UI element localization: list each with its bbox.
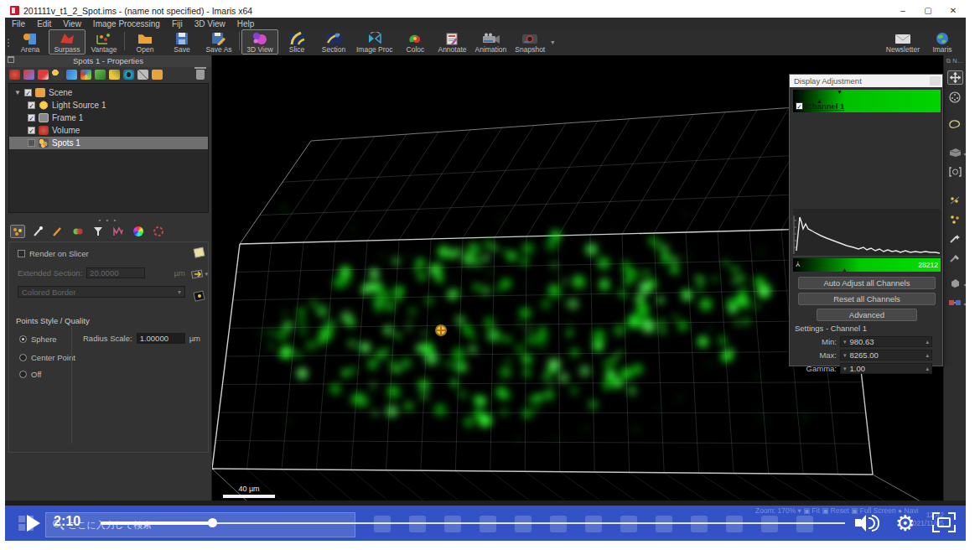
animation-button[interactable]: Animation bbox=[471, 29, 511, 54]
spots-add-icon[interactable] bbox=[947, 212, 963, 226]
reset-channels-button[interactable]: Reset all Channels bbox=[798, 293, 936, 305]
radio-off[interactable]: Off bbox=[19, 370, 42, 379]
extended-section-input[interactable]: 20.0000 bbox=[86, 267, 145, 278]
tab-filter-funnel[interactable] bbox=[91, 225, 106, 238]
auto-adjust-button[interactable]: Auto Adjust all Channels bbox=[798, 277, 936, 289]
store-parameters-button[interactable] bbox=[191, 245, 208, 260]
navigate-pointer-icon[interactable] bbox=[947, 70, 963, 85]
toolbar-grip[interactable] bbox=[5, 29, 12, 55]
display-adjustment-titlebar[interactable]: Display Adjustment bbox=[790, 75, 942, 87]
min-input[interactable]: ▾ 980.63 ▴ bbox=[840, 336, 932, 347]
menu-edit[interactable]: Edit bbox=[37, 19, 51, 29]
image-proc-button[interactable]: Image Proc bbox=[352, 29, 397, 54]
menu-view[interactable]: View bbox=[63, 19, 81, 29]
close-button[interactable]: ✕ bbox=[941, 3, 966, 18]
max-input[interactable]: ▾ 8265.00 ▴ bbox=[840, 350, 932, 361]
menu-fiji[interactable]: Fiji bbox=[172, 19, 183, 29]
add-group-folder-icon[interactable] bbox=[152, 70, 163, 80]
spots-edit-icon[interactable] bbox=[947, 193, 963, 207]
intensity-histogram[interactable] bbox=[793, 209, 941, 257]
range-slider-icon[interactable]: ⩑ bbox=[796, 260, 800, 269]
add-volume-icon[interactable] bbox=[9, 70, 20, 80]
add-leaf-icon[interactable] bbox=[95, 70, 106, 80]
selected-spot-marker[interactable] bbox=[435, 324, 447, 336]
play-button[interactable] bbox=[27, 515, 40, 532]
tab-edit-pencil[interactable] bbox=[50, 225, 65, 238]
save-button[interactable]: Save bbox=[163, 29, 200, 54]
3d-view-button[interactable]: 3D View bbox=[241, 29, 278, 54]
tab-creation[interactable] bbox=[151, 225, 166, 238]
stereo-3d-icon[interactable]: ▾ bbox=[947, 295, 963, 309]
newsletter-button[interactable]: Newsletter bbox=[882, 29, 924, 54]
channel-visible-checkbox[interactable]: ✓ bbox=[796, 102, 803, 110]
settings-gear-icon[interactable]: ⚙ bbox=[895, 508, 915, 538]
frame-checkbox[interactable]: ✓ bbox=[28, 114, 35, 122]
magic-wand-icon[interactable] bbox=[947, 231, 963, 246]
chevron-down-icon[interactable]: ▾ bbox=[843, 352, 847, 359]
volume-button[interactable] bbox=[855, 514, 880, 532]
snapshot-button[interactable]: Snapshot bbox=[511, 29, 549, 54]
scene-checkbox[interactable]: ✓ bbox=[24, 89, 32, 96]
rebuild-button[interactable]: ▾ bbox=[191, 267, 208, 282]
imaris-web-button[interactable]: Imaris bbox=[924, 29, 961, 54]
snapshot-dropdown-icon[interactable]: ▾ bbox=[551, 39, 554, 46]
radius-scale-input[interactable]: 1.00000 bbox=[137, 333, 185, 344]
menu-3d-view[interactable]: 3D View bbox=[194, 19, 226, 29]
tab-statistics[interactable] bbox=[111, 225, 126, 238]
spinner-up-icon[interactable]: ▴ bbox=[926, 352, 929, 359]
menu-help[interactable]: Help bbox=[237, 19, 255, 29]
select-circle-icon[interactable] bbox=[947, 90, 963, 104]
center-point-radio-icon[interactable] bbox=[19, 354, 27, 361]
add-reference-frame-icon[interactable] bbox=[109, 70, 120, 80]
panel-popout-icon[interactable] bbox=[8, 56, 14, 63]
tab-color-wheel[interactable] bbox=[131, 225, 146, 238]
channel-name[interactable]: Channel 1 bbox=[806, 101, 844, 111]
tree-item-spots[interactable]: Spots 1 bbox=[9, 137, 208, 149]
add-ortho-slicer-icon[interactable] bbox=[123, 70, 134, 80]
annotate-button[interactable]: Annotate bbox=[433, 29, 470, 54]
fullscreen-button[interactable] bbox=[932, 512, 956, 532]
brush-icon[interactable] bbox=[947, 251, 963, 265]
tab-pointer-tool[interactable] bbox=[30, 225, 45, 238]
tree-item-volume[interactable]: ✓ Volume bbox=[9, 124, 208, 137]
spinner-up-icon[interactable]: ▴ bbox=[926, 366, 929, 372]
tree-item-frame[interactable]: ✓ Frame 1 bbox=[9, 112, 208, 124]
expander-icon[interactable]: ▼ bbox=[14, 89, 21, 96]
range-gradient-bar[interactable]: ⩑ ▲ 28212 bbox=[793, 258, 941, 272]
menu-image-processing[interactable]: Image Processing bbox=[93, 19, 160, 29]
panel-close-icon[interactable] bbox=[930, 76, 941, 86]
gamma-input[interactable]: ▾ 1.00 ▴ bbox=[840, 363, 932, 374]
vantage-button[interactable]: Vantage bbox=[86, 29, 122, 54]
tab-settings-spots[interactable] bbox=[10, 225, 25, 238]
range-marker-icon[interactable]: ▼ bbox=[837, 90, 843, 95]
tree-item-light-source[interactable]: ✓ Light Source 1 bbox=[9, 99, 208, 112]
add-filament-icon[interactable] bbox=[66, 70, 77, 80]
render-on-slicer-row[interactable]: Render on Slicer bbox=[18, 249, 89, 258]
add-cells-icon[interactable] bbox=[80, 70, 91, 80]
radio-center-point[interactable]: Center Point bbox=[19, 353, 75, 362]
save-as-button[interactable]: Save As bbox=[200, 29, 237, 54]
coloc-button[interactable]: Coloc bbox=[397, 29, 433, 54]
progress-handle[interactable] bbox=[208, 518, 217, 527]
cube-view-icon[interactable]: ▾ bbox=[947, 276, 963, 290]
slice-button[interactable]: Slice bbox=[278, 29, 315, 54]
lasso-icon[interactable] bbox=[947, 117, 963, 131]
section-button[interactable]: Section bbox=[315, 29, 352, 54]
surpass-button[interactable]: Surpass bbox=[49, 29, 86, 54]
delete-icon[interactable] bbox=[196, 70, 205, 80]
render-on-slicer-checkbox[interactable] bbox=[18, 250, 25, 257]
tab-color[interactable] bbox=[70, 225, 86, 238]
open-button[interactable]: Open bbox=[127, 29, 163, 54]
channel-color-bar[interactable]: ▼ ▼ ▲ ✓ Channel 1 bbox=[793, 90, 941, 112]
add-spots-icon[interactable] bbox=[52, 70, 63, 80]
chevron-down-icon[interactable]: ▾ bbox=[843, 339, 847, 345]
add-measurement-icon[interactable] bbox=[38, 70, 49, 80]
chevron-down-icon[interactable]: ▾ bbox=[843, 366, 847, 372]
maximize-button[interactable]: ▢ bbox=[915, 3, 941, 18]
spinner-up-icon[interactable]: ▴ bbox=[926, 339, 929, 345]
add-surfaces-icon[interactable] bbox=[23, 70, 34, 80]
advanced-button[interactable]: Advanced bbox=[817, 309, 917, 321]
spots-checkbox[interactable] bbox=[28, 139, 35, 147]
arena-button[interactable]: Arena bbox=[12, 29, 49, 54]
off-radio-icon[interactable] bbox=[19, 371, 27, 378]
